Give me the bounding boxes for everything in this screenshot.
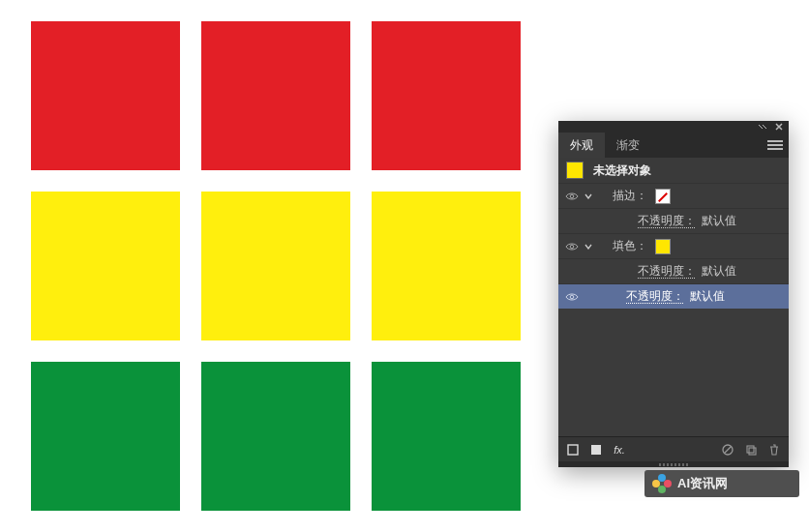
new-fill-icon[interactable]	[589, 443, 603, 457]
shape-square[interactable]	[201, 362, 350, 511]
visibility-icon[interactable]	[564, 214, 580, 229]
fx-button[interactable]: fx.	[613, 443, 626, 457]
canvas-area	[0, 0, 552, 532]
panel-titlebar[interactable]	[558, 121, 789, 133]
fill-row[interactable]: 填色：	[558, 233, 789, 258]
object-opacity-row[interactable]: 不透明度： 默认值	[558, 283, 789, 309]
chevron-down-icon[interactable]	[584, 242, 593, 251]
fill-opacity-row[interactable]: 不透明度： 默认值	[558, 258, 789, 283]
tab-appearance[interactable]: 外观	[558, 133, 605, 158]
shape-square[interactable]	[372, 192, 521, 340]
panel-body-empty	[558, 309, 789, 436]
shape-square[interactable]	[201, 192, 350, 340]
svg-point-2	[570, 295, 574, 299]
shape-square[interactable]	[372, 21, 521, 170]
clear-appearance-icon[interactable]	[721, 443, 734, 457]
opacity-value: 默认值	[702, 213, 736, 229]
artboard-grid	[31, 21, 521, 511]
shape-square[interactable]	[201, 21, 350, 170]
stroke-row[interactable]: 描边：	[558, 183, 789, 208]
trash-icon[interactable]	[767, 443, 781, 457]
watermark-text: AI资讯网	[677, 475, 728, 492]
svg-point-1	[570, 245, 574, 249]
shape-square[interactable]	[31, 21, 180, 170]
fill-label: 填色：	[613, 238, 647, 254]
svg-rect-7	[747, 446, 754, 453]
appearance-panel: 外观 渐变 未选择对象 描边： 不透明度： 默认值 填色：	[558, 121, 789, 467]
new-stroke-icon[interactable]	[566, 443, 580, 457]
selection-info-row: 未选择对象	[558, 158, 789, 183]
svg-point-0	[570, 194, 574, 198]
panel-tabs: 外观 渐变	[558, 133, 789, 158]
shape-square[interactable]	[31, 192, 180, 340]
visibility-icon[interactable]	[564, 189, 580, 204]
panel-footer: fx.	[558, 436, 789, 461]
svg-line-6	[725, 447, 731, 453]
chevron-down-icon[interactable]	[584, 192, 593, 201]
svg-rect-4	[591, 445, 601, 455]
shape-square[interactable]	[372, 362, 521, 511]
opacity-value: 默认值	[690, 288, 725, 305]
stroke-swatch-none[interactable]	[655, 189, 671, 204]
svg-rect-8	[749, 448, 756, 455]
visibility-icon[interactable]	[564, 289, 580, 305]
opacity-label[interactable]: 不透明度：	[638, 263, 696, 280]
duplicate-icon[interactable]	[744, 443, 758, 457]
svg-rect-3	[568, 445, 578, 455]
tab-gradient[interactable]: 渐变	[605, 133, 651, 158]
panel-resize-handle[interactable]	[558, 461, 789, 467]
shape-square[interactable]	[31, 362, 180, 511]
watermark-badge: AI资讯网	[644, 470, 799, 497]
close-icon[interactable]	[772, 122, 786, 132]
stroke-opacity-row[interactable]: 不透明度： 默认值	[558, 208, 789, 233]
watermark-logo-icon	[652, 474, 672, 493]
visibility-icon[interactable]	[564, 239, 580, 254]
collapse-icon[interactable]	[756, 122, 769, 132]
visibility-icon[interactable]	[564, 264, 580, 280]
panel-menu-icon[interactable]	[767, 137, 783, 153]
opacity-value: 默认值	[702, 263, 736, 280]
stroke-label: 描边：	[613, 188, 647, 204]
fill-swatch-yellow[interactable]	[655, 239, 671, 254]
selection-label: 未选择对象	[593, 163, 651, 179]
opacity-label[interactable]: 不透明度：	[638, 213, 696, 229]
opacity-label[interactable]: 不透明度：	[626, 288, 684, 305]
current-fill-swatch[interactable]	[566, 162, 584, 179]
